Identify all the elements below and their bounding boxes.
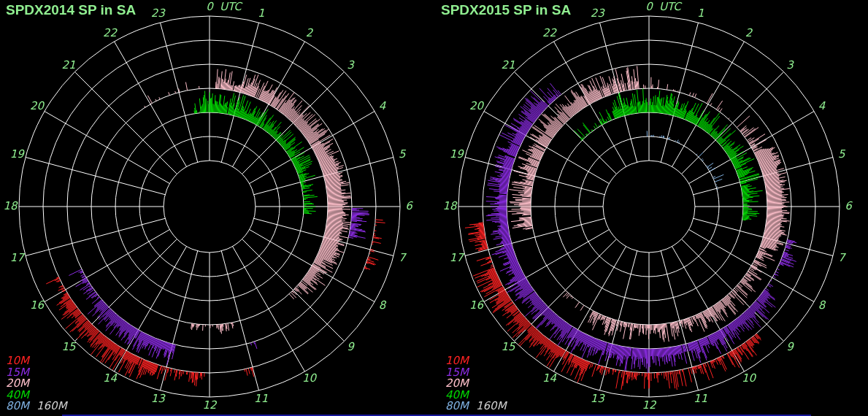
- band-legend-right: 10M 15M 20M 40M 80M160M: [445, 355, 507, 412]
- propagation-polar-charts-canvas: [0, 0, 868, 416]
- chart-title-spdx2014: SPDX2014 SP in SA: [6, 2, 136, 18]
- band-legend-left: 10M 15M 20M 40M 80M160M: [6, 355, 67, 412]
- legend-row: 80M160M: [445, 401, 507, 412]
- legend-item-160m: 160M: [476, 399, 507, 412]
- chart-title-spdx2015: SPDX2015 SP in SA: [441, 2, 571, 18]
- legend-item-80m: 80M: [445, 399, 469, 412]
- legend-row: 80M160M: [6, 401, 67, 412]
- legend-item-160m: 160M: [37, 399, 67, 412]
- legend-item-80m: 80M: [6, 399, 29, 412]
- screen: SPDX2014 SP in SA SPDX2015 SP in SA 10M …: [0, 0, 868, 416]
